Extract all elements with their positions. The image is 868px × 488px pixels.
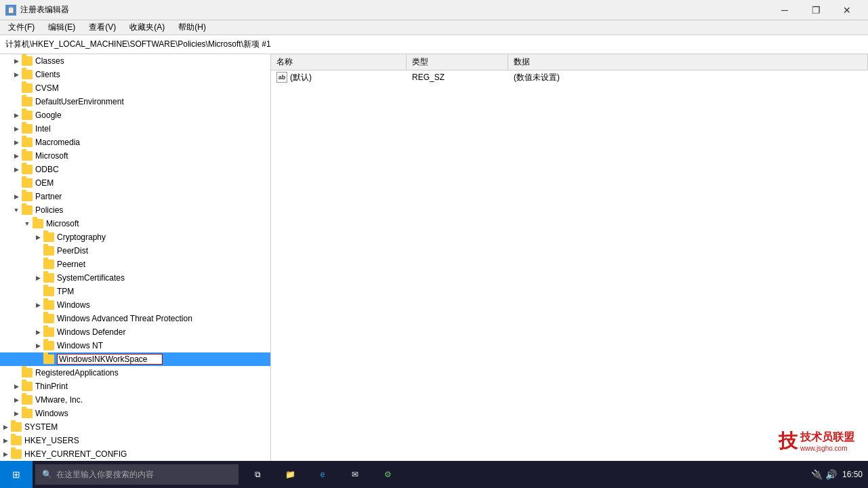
tree-item-cryptography[interactable]: ▶ Cryptography bbox=[0, 230, 270, 244]
tree-label-peernet: Peernet bbox=[57, 260, 85, 269]
folder-icon-classes bbox=[22, 56, 33, 66]
expand-icon-hkeycurrentconfig[interactable]: ▶ bbox=[0, 447, 11, 461]
tree-item-policies-microsoft[interactable]: ▼ Microsoft bbox=[0, 217, 270, 230]
tree-label-system: SYSTEM bbox=[24, 422, 58, 432]
tree-item-thinprint[interactable]: ▶ ThinPrint bbox=[0, 380, 270, 393]
tree-item-watp[interactable]: Windows Advanced Threat Protection bbox=[0, 312, 270, 325]
title-bar: 📋 注册表编辑器 ─ ❐ ✕ bbox=[0, 0, 868, 20]
start-button[interactable]: ⊞ bbox=[0, 461, 33, 488]
tree-item-registeredapps[interactable]: RegisteredApplications bbox=[0, 366, 270, 380]
tree-label-windowsdefender: Windows Defender bbox=[57, 327, 125, 337]
edge-icon: e bbox=[321, 470, 325, 479]
folder-icon-clients bbox=[22, 70, 33, 79]
expand-icon-google[interactable]: ▶ bbox=[11, 108, 22, 122]
expand-icon-clients[interactable]: ▶ bbox=[11, 68, 22, 81]
menu-help[interactable]: 帮助(H) bbox=[173, 20, 211, 35]
menu-view[interactable]: 查看(V) bbox=[83, 20, 121, 35]
expand-icon-microsoft-software[interactable]: ▶ bbox=[11, 149, 22, 163]
expand-icon-odbc[interactable]: ▶ bbox=[11, 163, 22, 176]
tree-item-macromedia[interactable]: ▶ Macromedia bbox=[0, 136, 270, 149]
menu-edit[interactable]: 编辑(E) bbox=[43, 20, 81, 35]
tree-item-cvsm[interactable]: CVSM bbox=[0, 81, 270, 95]
folder-icon-microsoft-software bbox=[22, 151, 33, 161]
volume-icon[interactable]: 🔊 bbox=[825, 469, 837, 480]
tree-item-systemcerts[interactable]: ▶ SystemCertificates bbox=[0, 271, 270, 285]
close-button[interactable]: ✕ bbox=[831, 0, 863, 20]
folder-icon-policies-microsoft bbox=[33, 219, 43, 228]
network-icon[interactable]: 🔌 bbox=[811, 469, 823, 480]
tree-item-windowsink[interactable] bbox=[0, 352, 270, 366]
tree-panel[interactable]: ▶ Classes ▶ Clients CVSM DefaultUserEnvi… bbox=[0, 54, 271, 461]
expand-icon-systemcerts[interactable]: ▶ bbox=[33, 271, 43, 285]
search-bar[interactable]: 🔍 在这里输入你要搜索的内容 bbox=[35, 464, 239, 485]
expand-icon-windows-policies[interactable]: ▶ bbox=[33, 298, 43, 312]
tree-item-hkeyusers[interactable]: ▶ HKEY_USERS bbox=[0, 434, 270, 447]
tree-item-defaultuserenv[interactable]: DefaultUserEnvironment bbox=[0, 95, 270, 108]
watermark-site: 技术员联盟 bbox=[800, 430, 854, 445]
tree-item-windows-policies[interactable]: ▶ Windows bbox=[0, 298, 270, 312]
tree-label-macromedia: Macromedia bbox=[35, 138, 80, 147]
tree-item-partner[interactable]: ▶ Partner bbox=[0, 190, 270, 203]
task-view-button[interactable]: ⧉ bbox=[244, 461, 271, 488]
tree-item-odbc[interactable]: ▶ ODBC bbox=[0, 163, 270, 176]
expand-icon-windowsnt[interactable]: ▶ bbox=[33, 339, 43, 352]
cell-data: (数值未设置) bbox=[508, 72, 868, 83]
tree-item-hkeycurrentconfig[interactable]: ▶ HKEY_CURRENT_CONFIG bbox=[0, 447, 270, 461]
cell-name-text: (默认) bbox=[290, 72, 312, 83]
clock[interactable]: 16:50 bbox=[842, 470, 863, 479]
mail-button[interactable]: ✉ bbox=[342, 461, 369, 488]
tree-item-google[interactable]: ▶ Google bbox=[0, 108, 270, 122]
expand-icon-intel[interactable]: ▶ bbox=[11, 122, 22, 136]
minimize-button[interactable]: ─ bbox=[769, 0, 800, 20]
expand-icon-cryptography[interactable]: ▶ bbox=[33, 230, 43, 244]
col-header-name[interactable]: 名称 bbox=[271, 54, 407, 70]
expand-icon-vmware[interactable]: ▶ bbox=[11, 393, 22, 407]
col-header-data[interactable]: 数据 bbox=[508, 54, 868, 70]
file-explorer-icon: 📁 bbox=[285, 470, 295, 479]
tree-item-windows-root[interactable]: ▶ Windows bbox=[0, 407, 270, 420]
menu-file[interactable]: 文件(F) bbox=[3, 20, 40, 35]
menu-favorites[interactable]: 收藏夹(A) bbox=[124, 20, 170, 35]
file-explorer-button[interactable]: 📁 bbox=[276, 461, 304, 488]
folder-icon-watp bbox=[43, 314, 54, 323]
tree-item-clients[interactable]: ▶ Clients bbox=[0, 68, 270, 81]
folder-icon-odbc bbox=[22, 165, 33, 174]
expand-icon-policies-microsoft[interactable]: ▼ bbox=[22, 217, 33, 230]
expand-icon-windows-root[interactable]: ▶ bbox=[11, 407, 22, 420]
col-header-type[interactable]: 类型 bbox=[407, 54, 508, 70]
table-row[interactable]: ab (默认) REG_SZ (数值未设置) bbox=[271, 70, 868, 84]
tree-item-microsoft-software[interactable]: ▶ Microsoft bbox=[0, 149, 270, 163]
tree-label-hkeyusers: HKEY_USERS bbox=[24, 436, 79, 445]
tree-item-policies[interactable]: ▼ Policies bbox=[0, 203, 270, 217]
tree-label-thinprint: ThinPrint bbox=[35, 382, 68, 391]
expand-icon-hkeyusers[interactable]: ▶ bbox=[0, 434, 11, 447]
expand-icon-macromedia[interactable]: ▶ bbox=[11, 136, 22, 149]
tree-item-windowsnt[interactable]: ▶ Windows NT bbox=[0, 339, 270, 352]
expand-icon-thinprint[interactable]: ▶ bbox=[11, 380, 22, 393]
rename-input[interactable] bbox=[57, 354, 163, 365]
folder-icon-system bbox=[11, 422, 22, 432]
tree-item-vmware[interactable]: ▶ VMware, Inc. bbox=[0, 393, 270, 407]
app-icon-5[interactable]: ⚙ bbox=[374, 461, 401, 488]
expand-icon-policies[interactable]: ▼ bbox=[11, 203, 22, 217]
tree-item-system[interactable]: ▶ SYSTEM bbox=[0, 420, 270, 434]
expand-icon-classes[interactable]: ▶ bbox=[11, 54, 22, 68]
watermark-text: 技术员联盟 www.jsgho.com bbox=[800, 430, 854, 452]
tree-label-watp: Windows Advanced Threat Protection bbox=[57, 314, 192, 323]
tree-item-peernet[interactable]: Peernet bbox=[0, 258, 270, 271]
tree-item-intel[interactable]: ▶ Intel bbox=[0, 122, 270, 136]
restore-button[interactable]: ❐ bbox=[800, 0, 831, 20]
edge-button[interactable]: e bbox=[309, 461, 336, 488]
tree-item-classes[interactable]: ▶ Classes bbox=[0, 54, 270, 68]
tree-item-peerdist[interactable]: PeerDist bbox=[0, 244, 270, 258]
search-icon: 🔍 bbox=[42, 470, 52, 479]
expand-icon-windowsdefender[interactable]: ▶ bbox=[33, 325, 43, 339]
tree-item-oem[interactable]: OEM bbox=[0, 176, 270, 190]
tree-label-peerdist: PeerDist bbox=[57, 246, 88, 256]
search-placeholder: 在这里输入你要搜索的内容 bbox=[56, 469, 154, 481]
expand-icon-partner[interactable]: ▶ bbox=[11, 190, 22, 203]
tree-item-tpm[interactable]: TPM bbox=[0, 285, 270, 298]
cell-type: REG_SZ bbox=[407, 73, 508, 82]
expand-icon-system[interactable]: ▶ bbox=[0, 420, 11, 434]
tree-item-windowsdefender[interactable]: ▶ Windows Defender bbox=[0, 325, 270, 339]
